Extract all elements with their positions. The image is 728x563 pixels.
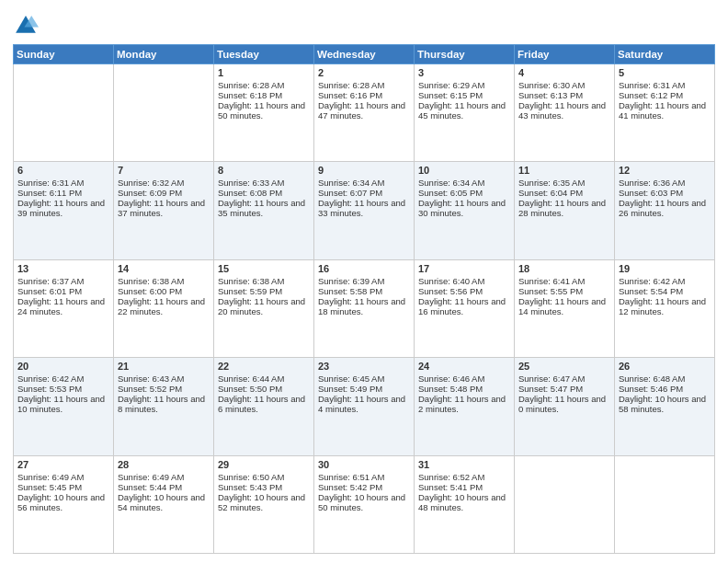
col-header-sunday: Sunday xyxy=(14,45,114,64)
day-info: Daylight: 11 hours and 39 minutes. xyxy=(17,198,109,218)
day-info: Sunrise: 6:46 AM xyxy=(418,373,510,384)
calendar-cell: 2Sunrise: 6:28 AMSunset: 6:16 PMDaylight… xyxy=(314,64,415,162)
day-number: 27 xyxy=(17,459,109,470)
day-info: Sunset: 6:01 PM xyxy=(17,286,109,296)
calendar-cell: 5Sunrise: 6:31 AMSunset: 6:12 PMDaylight… xyxy=(615,64,715,162)
day-info: Daylight: 11 hours and 16 minutes. xyxy=(418,296,510,316)
calendar-cell: 26Sunrise: 6:48 AMSunset: 5:46 PMDayligh… xyxy=(615,358,715,455)
calendar-cell: 18Sunrise: 6:41 AMSunset: 5:55 PMDayligh… xyxy=(515,259,615,357)
calendar-cell: 30Sunrise: 6:51 AMSunset: 5:42 PMDayligh… xyxy=(314,455,415,553)
day-info: Sunset: 6:04 PM xyxy=(518,188,610,198)
day-info: Daylight: 11 hours and 26 minutes. xyxy=(619,198,711,218)
day-info: Daylight: 11 hours and 12 minutes. xyxy=(619,296,711,316)
day-info: Sunrise: 6:28 AM xyxy=(218,80,310,90)
day-info: Sunset: 6:13 PM xyxy=(518,90,610,100)
calendar-row: 27Sunrise: 6:49 AMSunset: 5:45 PMDayligh… xyxy=(14,455,715,553)
day-number: 4 xyxy=(518,67,610,78)
day-info: Daylight: 10 hours and 58 minutes. xyxy=(619,394,711,414)
day-info: Daylight: 11 hours and 14 minutes. xyxy=(518,296,610,316)
calendar-cell xyxy=(114,64,214,162)
day-info: Sunset: 5:42 PM xyxy=(318,482,410,492)
day-info: Sunrise: 6:35 AM xyxy=(518,178,610,188)
day-info: Sunset: 5:58 PM xyxy=(318,286,410,296)
day-info: Sunrise: 6:45 AM xyxy=(318,373,410,384)
calendar-cell: 12Sunrise: 6:36 AMSunset: 6:03 PMDayligh… xyxy=(615,162,715,259)
day-info: Sunrise: 6:42 AM xyxy=(17,373,109,384)
day-info: Daylight: 11 hours and 20 minutes. xyxy=(218,296,310,316)
day-info: Sunrise: 6:47 AM xyxy=(518,373,610,384)
day-info: Daylight: 11 hours and 47 minutes. xyxy=(318,100,410,121)
day-number: 1 xyxy=(218,67,310,78)
calendar-cell: 16Sunrise: 6:39 AMSunset: 5:58 PMDayligh… xyxy=(314,259,415,357)
day-info: Daylight: 11 hours and 0 minutes. xyxy=(518,394,610,414)
day-info: Sunrise: 6:52 AM xyxy=(418,472,510,482)
calendar-row: 6Sunrise: 6:31 AMSunset: 6:11 PMDaylight… xyxy=(14,162,715,259)
day-info: Sunset: 6:11 PM xyxy=(17,188,109,198)
calendar-cell: 29Sunrise: 6:50 AMSunset: 5:43 PMDayligh… xyxy=(214,455,314,553)
day-info: Sunrise: 6:37 AM xyxy=(17,276,109,286)
calendar-table: SundayMondayTuesdayWednesdayThursdayFrid… xyxy=(13,44,715,554)
day-info: Sunset: 6:16 PM xyxy=(318,90,410,100)
day-info: Sunrise: 6:31 AM xyxy=(17,178,109,188)
page: SundayMondayTuesdayWednesdayThursdayFrid… xyxy=(0,0,728,563)
day-info: Daylight: 10 hours and 56 minutes. xyxy=(17,492,109,512)
day-info: Sunset: 6:00 PM xyxy=(118,286,210,296)
day-number: 8 xyxy=(218,165,310,176)
day-info: Daylight: 11 hours and 30 minutes. xyxy=(418,198,510,218)
day-info: Sunrise: 6:31 AM xyxy=(619,80,711,90)
calendar-cell: 25Sunrise: 6:47 AMSunset: 5:47 PMDayligh… xyxy=(515,358,615,455)
logo xyxy=(13,13,40,39)
day-number: 17 xyxy=(418,263,510,274)
day-info: Sunset: 6:07 PM xyxy=(318,188,410,198)
day-info: Sunset: 5:52 PM xyxy=(118,384,210,394)
day-info: Sunset: 5:59 PM xyxy=(218,286,310,296)
day-info: Daylight: 11 hours and 50 minutes. xyxy=(218,100,310,121)
day-info: Sunset: 5:50 PM xyxy=(218,384,310,394)
calendar-row: 1Sunrise: 6:28 AMSunset: 6:18 PMDaylight… xyxy=(14,64,715,162)
calendar-cell: 27Sunrise: 6:49 AMSunset: 5:45 PMDayligh… xyxy=(14,455,114,553)
day-info: Sunrise: 6:41 AM xyxy=(518,276,610,286)
day-info: Daylight: 11 hours and 8 minutes. xyxy=(118,394,210,414)
day-number: 11 xyxy=(518,165,610,176)
day-number: 23 xyxy=(318,361,410,372)
day-info: Sunset: 5:46 PM xyxy=(619,384,711,394)
day-number: 18 xyxy=(518,263,610,274)
day-info: Daylight: 11 hours and 6 minutes. xyxy=(218,394,310,414)
day-number: 6 xyxy=(17,165,109,176)
calendar-cell: 23Sunrise: 6:45 AMSunset: 5:49 PMDayligh… xyxy=(314,358,415,455)
calendar-cell: 24Sunrise: 6:46 AMSunset: 5:48 PMDayligh… xyxy=(415,358,515,455)
day-number: 10 xyxy=(418,165,510,176)
day-info: Sunset: 5:44 PM xyxy=(118,482,210,492)
day-info: Sunset: 5:43 PM xyxy=(218,482,310,492)
calendar-cell: 17Sunrise: 6:40 AMSunset: 5:56 PMDayligh… xyxy=(415,259,515,357)
day-number: 25 xyxy=(518,361,610,372)
logo-icon xyxy=(13,13,39,39)
day-info: Sunrise: 6:48 AM xyxy=(619,373,711,384)
day-number: 31 xyxy=(418,459,510,470)
day-info: Sunset: 5:53 PM xyxy=(17,384,109,394)
col-header-friday: Friday xyxy=(515,45,615,64)
calendar-cell: 8Sunrise: 6:33 AMSunset: 6:08 PMDaylight… xyxy=(214,162,314,259)
day-info: Daylight: 10 hours and 54 minutes. xyxy=(118,492,210,512)
day-info: Sunset: 6:15 PM xyxy=(418,90,510,100)
day-info: Sunrise: 6:43 AM xyxy=(118,373,210,384)
calendar-row: 20Sunrise: 6:42 AMSunset: 5:53 PMDayligh… xyxy=(14,358,715,455)
day-info: Sunset: 6:05 PM xyxy=(418,188,510,198)
day-info: Sunrise: 6:33 AM xyxy=(218,178,310,188)
day-info: Daylight: 11 hours and 4 minutes. xyxy=(318,394,410,414)
header xyxy=(13,9,715,39)
day-info: Daylight: 10 hours and 52 minutes. xyxy=(218,492,310,512)
day-info: Sunrise: 6:42 AM xyxy=(619,276,711,286)
day-number: 9 xyxy=(318,165,410,176)
day-info: Sunrise: 6:51 AM xyxy=(318,472,410,482)
day-info: Daylight: 11 hours and 35 minutes. xyxy=(218,198,310,218)
col-header-saturday: Saturday xyxy=(615,45,715,64)
day-number: 7 xyxy=(118,165,210,176)
calendar-cell xyxy=(515,455,615,553)
day-number: 28 xyxy=(118,459,210,470)
day-number: 24 xyxy=(418,361,510,372)
day-info: Sunrise: 6:29 AM xyxy=(418,80,510,90)
day-info: Daylight: 11 hours and 22 minutes. xyxy=(118,296,210,316)
calendar-cell: 14Sunrise: 6:38 AMSunset: 6:00 PMDayligh… xyxy=(114,259,214,357)
day-info: Sunrise: 6:36 AM xyxy=(619,178,711,188)
